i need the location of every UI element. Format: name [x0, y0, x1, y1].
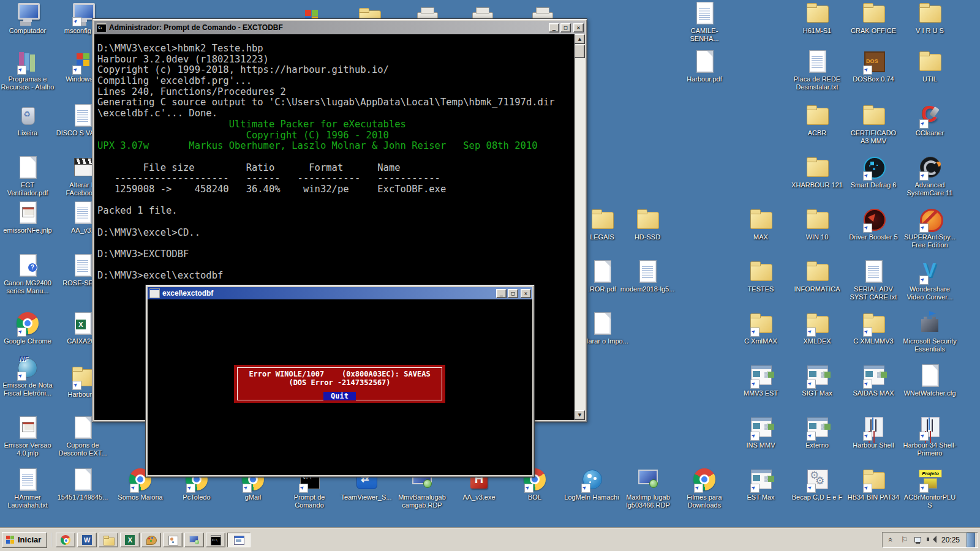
- desktop-icon-driver-booster-5[interactable]: Driver Booster 5: [846, 206, 901, 241]
- desktop-icon-harbour-pdf[interactable]: Harbour.pdf: [677, 48, 732, 83]
- desktop-icon-testes[interactable]: TESTES: [733, 258, 788, 293]
- scroll-up-icon[interactable]: ▲: [575, 34, 585, 44]
- desktop-icon-advanced-systemcare-11[interactable]: Advanced SystemCare 11: [902, 154, 957, 197]
- minimize-button[interactable]: _: [549, 23, 559, 32]
- desktop-icon-becap-c-d-e-e-f[interactable]: Becap C,D E e F: [790, 467, 845, 501]
- desktop-icon-v-i-r-u-s[interactable]: V I R U S: [902, 0, 957, 35]
- desktop-icon-hb34-bin-pat34[interactable]: HB34-BIN PAT34: [846, 467, 901, 501]
- show-desktop-button[interactable]: [967, 533, 975, 547]
- desktop-icon-mmv3-est[interactable]: MMV3 EST: [733, 362, 788, 397]
- taskbar-clock[interactable]: 20:25: [939, 536, 962, 544]
- desktop-icon-ccleaner[interactable]: CCleaner: [902, 102, 957, 137]
- folder-icon: [802, 0, 832, 26]
- desktop-icon-emissornfe-jnlp[interactable]: emissorNFe.jnlp: [0, 200, 55, 234]
- desktop-icon-harbour-shell[interactable]: Harbour Shell: [846, 414, 901, 449]
- desktop-icon-est-max[interactable]: EST Max: [733, 467, 788, 501]
- scroll-down-icon[interactable]: ▼: [575, 410, 585, 420]
- desktop-icon-informatica[interactable]: INFORMATICA: [790, 258, 845, 293]
- desktop-icon-max[interactable]: MAX: [733, 206, 788, 241]
- console-line: UPX 3.07w Markus Oberhumer, Laszlo Molna…: [97, 141, 575, 152]
- desktop-icon-canon-mg2400-series-manu[interactable]: Canon MG2400 series Manu...: [0, 252, 55, 295]
- desktop-icon-logmein-hamachi[interactable]: LogMeIn Hamachi: [564, 467, 619, 501]
- desktop-icon-microsoft-security-essentials[interactable]: Microsoft Security Essentials: [902, 310, 957, 353]
- scrollbar[interactable]: ▲ ▼: [575, 34, 585, 420]
- desktop-icon-win-10[interactable]: WIN 10: [790, 206, 845, 241]
- child-window-titlebar[interactable]: excel\exctodbf _ □ ✕: [148, 287, 532, 299]
- system-tray: 20:25: [882, 532, 978, 548]
- desktop-icon-hd-ssd[interactable]: HD-SSD: [620, 206, 675, 241]
- desktop-icon-externo[interactable]: Externo: [790, 414, 845, 449]
- desktop-icon-c-xmlmmv3[interactable]: C XMLMMV3: [846, 310, 901, 345]
- desktop-icon-saidas-max[interactable]: SAIDAS MAX: [846, 362, 901, 397]
- desktop-icon-maxlimp-lugab-lg503466-rdp[interactable]: Maxlimp-lugab lg503466.RDP: [620, 467, 676, 509]
- maximize-button[interactable]: □: [508, 289, 518, 298]
- taskbar-button-chrome[interactable]: [56, 533, 75, 547]
- desktop-icon-acbrmonitorplus[interactable]: ACBrMonitorPLUS: [902, 467, 957, 509]
- desktop-icon-lixeira[interactable]: Lixeira: [0, 102, 55, 137]
- desktop-icon-ect-ventilador-pdf[interactable]: ECT Ventilador.pdf: [0, 154, 55, 197]
- icon-label: TeamViewer_S...: [339, 493, 394, 501]
- close-button[interactable]: ✕: [521, 289, 531, 298]
- desktop-icon-superantispy-free-edition[interactable]: SUPERAntiSpy... Free Edition: [902, 206, 957, 249]
- action-center-flag-icon[interactable]: [900, 535, 909, 545]
- minimize-button[interactable]: _: [496, 289, 507, 298]
- taskbar-button-contacts[interactable]: [163, 533, 183, 547]
- scroll-thumb[interactable]: [575, 45, 585, 58]
- icon-label: Google Chrome: [0, 337, 55, 345]
- shortcut-arrow-icon: [807, 484, 816, 493]
- taskbar-button-active-window[interactable]: [227, 533, 251, 547]
- desktop-icon-acbr[interactable]: ACBR: [790, 102, 845, 137]
- desktop-icon-crak-office[interactable]: CRAK OFFICE: [846, 0, 901, 35]
- start-button[interactable]: Iniciar: [2, 532, 47, 548]
- desktop-icon-sigt-max[interactable]: SIGT Max: [790, 362, 845, 397]
- taskbar-button-excel[interactable]: [120, 533, 140, 547]
- shortcut-arrow-icon: [919, 432, 929, 441]
- desktop-icon-harbour-34-shell-primeiro[interactable]: Harbour-34 Shell-Primeiro: [902, 414, 957, 457]
- desktop-icon-programas-e-recursos-atalho[interactable]: Programas e Recursos - Atalho: [0, 48, 55, 91]
- quit-button[interactable]: Quit: [323, 392, 356, 400]
- taskbar-button-paint[interactable]: [141, 533, 161, 547]
- desktop-icon-wondershare-video-conver[interactable]: Wondershare Video Conver...: [902, 258, 957, 301]
- desktop-icon-serial-adv-syst-care-txt[interactable]: SERIAL ADV SYST CARE.txt: [846, 258, 901, 301]
- desktop-icon-wnetwatcher-cfg[interactable]: WNetWatcher.cfg: [902, 362, 957, 397]
- desktop-icon-filmes-para-downloads[interactable]: Filmes para Downloads: [677, 467, 732, 509]
- desktop-icon-xmldex[interactable]: XMLDEX: [790, 310, 845, 345]
- desktop-icon-c-xmlmax[interactable]: C XmlMAX: [733, 310, 788, 345]
- desktop-icon-certificado-a3-mmv[interactable]: CERTIFICADO A3 MMV: [846, 102, 901, 145]
- taskbar-button-word[interactable]: [77, 533, 97, 547]
- maximize-button[interactable]: □: [560, 23, 571, 32]
- desktop-icon-util[interactable]: UTIL: [902, 48, 957, 83]
- desktop-icon-h61m-s1[interactable]: H61M-S1: [790, 0, 845, 35]
- desktop-icon-camile-senha[interactable]: CAMILE-SENHA...: [677, 0, 732, 43]
- volume-icon[interactable]: [926, 535, 935, 545]
- sas-icon: [915, 206, 944, 232]
- icon-label: modem2018-lg5...: [620, 285, 675, 293]
- close-button[interactable]: ✕: [573, 23, 584, 32]
- desktop-icon-hammer-lauviahah-txt[interactable]: HAmmer Lauviahah.txt: [0, 467, 55, 509]
- hidden-icons-chevron-icon[interactable]: [888, 535, 896, 545]
- taskbar-button-folder[interactable]: [99, 533, 118, 547]
- shortcut-arrow-icon: [750, 380, 760, 389]
- taskbar-button-remote-desktop[interactable]: [184, 533, 204, 547]
- desktop-icon-emissor-de-nota-fiscal-eletr-ni[interactable]: Emissor de Nota Fiscal Eletrôni...: [0, 354, 55, 397]
- desktop-icon-ins-mmv[interactable]: INS MMV: [733, 414, 788, 449]
- desktop-icon-154517149845[interactable]: 154517149845...: [55, 467, 110, 501]
- taskbar-button-command-prompt[interactable]: [206, 533, 225, 547]
- desktop-icon-xharbour-121[interactable]: XHARBOUR 121: [790, 154, 845, 189]
- shortcut-arrow-icon: [807, 380, 816, 389]
- winapp-icon: [746, 362, 775, 388]
- desktop-icon-dosbox-0-74[interactable]: DOSBox 0.74: [846, 48, 901, 83]
- desktop-icon-emissor-versao-4-0-jnlp[interactable]: Emissor Versao 4.0.jnlp: [0, 414, 55, 457]
- network-icon[interactable]: [913, 535, 922, 545]
- desktop-icon-computador[interactable]: Computador: [0, 0, 55, 35]
- desktop-icon-modem2018-lg5[interactable]: modem2018-lg5...: [620, 258, 675, 293]
- shortcut-arrow-icon: [863, 223, 872, 233]
- icon-label: WIN 10: [790, 233, 845, 241]
- desktop-icon-placa-de-rede-desinstalar-txt[interactable]: Placa de REDE Desinstalar.txt: [790, 48, 845, 91]
- console-line: Generating C source output to 'C:\Users\…: [97, 97, 575, 108]
- desktop-icon-smart-defrag-6[interactable]: Smart Defrag 6: [846, 154, 901, 189]
- recycle-icon: [13, 102, 42, 128]
- word-icon: [81, 534, 92, 545]
- main-window-titlebar[interactable]: Administrador: Prompt de Comando - EXCTO…: [94, 21, 585, 34]
- desktop-icon-google-chrome[interactable]: Google Chrome: [0, 310, 55, 345]
